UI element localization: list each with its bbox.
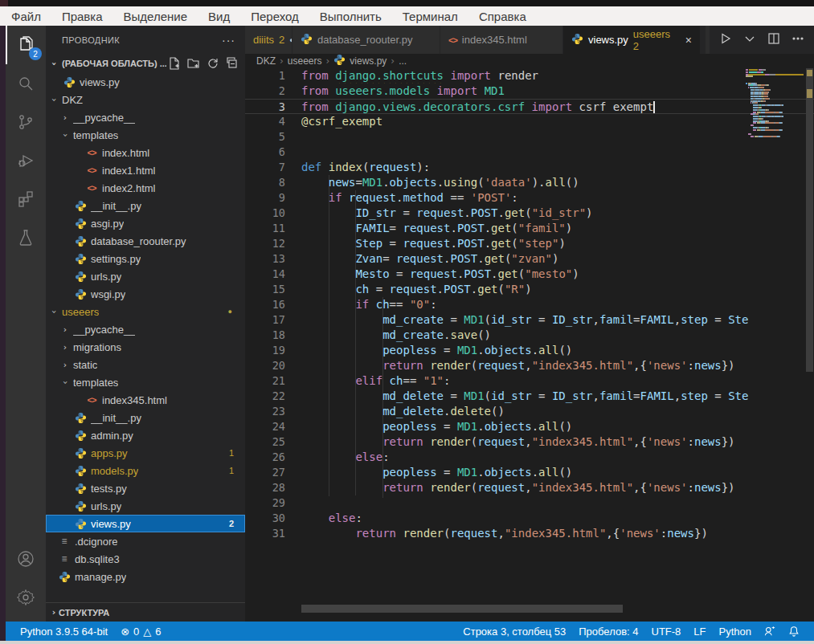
tree-item-useeers[interactable]: ›useeers●	[46, 303, 245, 320]
breadcrumb-item-DKZ[interactable]: DKZ	[256, 55, 276, 67]
tree-item-__pycache__[interactable]: ›__pycache__	[46, 320, 245, 338]
code-line-22[interactable]: 22 md_delete = MD1(id_str = ID_str,famil…	[245, 389, 814, 404]
eol-setting[interactable]: LF	[687, 622, 712, 641]
code-line-9[interactable]: 9 if request.method == 'POST':	[245, 190, 814, 206]
tree-item-tests.py[interactable]: tests.py	[46, 479, 245, 497]
code-line-15[interactable]: 15 ch = request.POST.get("R")	[245, 282, 814, 297]
activity-source-control[interactable]	[6, 103, 46, 141]
code-line-1[interactable]: 1from django.shortcuts import render	[245, 68, 814, 84]
refresh-icon[interactable]	[207, 57, 219, 70]
code-editor[interactable]: 1from django.shortcuts import render2fro…	[245, 68, 814, 622]
new-file-icon[interactable]	[168, 57, 181, 70]
menu-item-Терминал[interactable]: Терминал	[403, 10, 458, 23]
cursor-position[interactable]: Строка 3, столбец 53	[456, 622, 572, 641]
split-editor-button[interactable]	[767, 32, 780, 48]
tree-item-db.sqlite3[interactable]: ≡db.sqlite3	[46, 550, 245, 568]
tree-item-index2.html[interactable]: <>index2.html	[46, 179, 245, 197]
tree-item-index345.html[interactable]: <>index345.html	[46, 391, 245, 409]
feedback-button[interactable]	[758, 622, 782, 641]
code-line-16[interactable]: 16 if ch== "0":	[245, 297, 814, 312]
minimap[interactable]	[746, 69, 804, 138]
language-mode[interactable]: Python	[713, 622, 758, 641]
activity-testing[interactable]	[6, 218, 46, 257]
code-line-21[interactable]: 21 elif ch== "1":	[245, 373, 814, 389]
collapse-all-icon[interactable]	[226, 57, 239, 70]
vertical-scrollbar[interactable]	[805, 68, 814, 622]
code-line-10[interactable]: 10 ID_str = request.POST.get("id_str")	[245, 206, 814, 221]
workspace-section-header[interactable]: › (РАБОЧАЯ ОБЛАСТЬ) ...	[46, 54, 245, 73]
run-dropdown[interactable]	[743, 32, 756, 48]
activity-search[interactable]	[6, 64, 46, 103]
code-line-7[interactable]: 7def index(request):	[245, 160, 814, 175]
code-line-4[interactable]: 4@csrf_exempt	[245, 114, 814, 129]
code-line-8[interactable]: 8 news=MD1.objects.using('daata').all()	[245, 175, 814, 190]
breadcrumb[interactable]: DKZ›useeers›views.py›...	[245, 54, 814, 68]
code-line-28[interactable]: 28 return render(request,"index345.html"…	[245, 480, 814, 495]
tree-item-views.py[interactable]: views.py2	[46, 515, 245, 532]
encoding-setting[interactable]: UTF-8	[645, 622, 688, 641]
activity-account[interactable]	[6, 540, 46, 578]
code-line-27[interactable]: 27 peopless = MD1.objects.all()	[245, 465, 814, 480]
code-line-6[interactable]: 6	[245, 145, 814, 160]
activity-settings[interactable]	[6, 578, 46, 617]
tree-item-wsgi.py[interactable]: wsgi.py	[46, 285, 245, 303]
code-line-3[interactable]: 3from django.views.decorators.csrf impor…	[245, 99, 814, 114]
tree-item-static[interactable]: ›static	[46, 356, 245, 373]
tree-item-__init__.py[interactable]: __init__.py	[46, 197, 245, 214]
scrollbar-thumb[interactable]	[806, 68, 813, 372]
tree-item-settings.py[interactable]: settings.py	[46, 250, 245, 267]
tab-views.py[interactable]: views.pyuseeers 2×	[563, 26, 700, 54]
menu-item-Справка[interactable]: Справка	[479, 10, 526, 23]
code-line-31[interactable]: 31 return render(request,"index345.html"…	[245, 526, 814, 541]
tree-item-templates[interactable]: ›templates	[46, 126, 245, 144]
tree-item-asgi.py[interactable]: asgi.py	[46, 214, 245, 232]
code-line-14[interactable]: 14 Mesto = request.POST.get("mesto")	[245, 267, 814, 282]
activity-explorer[interactable]: 2	[6, 26, 46, 64]
code-line-2[interactable]: 2from useeers.models import MD1	[245, 84, 814, 99]
tree-item-views.py[interactable]: views.py	[46, 73, 245, 91]
menu-item-Вид[interactable]: Вид	[208, 10, 230, 23]
activity-run-debug[interactable]	[6, 141, 46, 180]
close-icon[interactable]: ×	[685, 34, 692, 47]
activity-extensions[interactable]	[6, 180, 46, 218]
tree-item-manage.py[interactable]: manage.py	[46, 568, 245, 585]
code-line-11[interactable]: 11 FAMIL= request.POST.get("famil")	[245, 221, 814, 236]
menu-item-Файл[interactable]: Файл	[11, 10, 41, 23]
tree-item-migrations[interactable]: ›migrations	[46, 338, 245, 356]
code-line-5[interactable]: 5	[245, 129, 814, 145]
code-line-30[interactable]: 30 else:	[245, 511, 814, 526]
breadcrumb-item-...[interactable]: ...	[399, 55, 407, 67]
code-line-25[interactable]: 25 return render(request,"index345.html"…	[245, 434, 814, 450]
breadcrumb-item-useeers[interactable]: useeers	[288, 55, 322, 67]
tree-item-models.py[interactable]: models.py1	[46, 462, 245, 479]
code-line-26[interactable]: 26 else:	[245, 450, 814, 465]
tab-diiits[interactable]: diiits2●	[245, 26, 292, 54]
tab-index345.html[interactable]: <>index345.html	[440, 26, 562, 54]
tree-item-urls.py[interactable]: urls.py	[46, 267, 245, 285]
tree-item-database_roouter.py[interactable]: database_roouter.py	[46, 232, 245, 250]
code-line-20[interactable]: 20 return render(request,"index345.html"…	[245, 358, 814, 373]
indentation-setting[interactable]: Пробелов: 4	[572, 622, 644, 641]
code-line-19[interactable]: 19 peopless = MD1.objects.all()	[245, 343, 814, 358]
tree-item-__pycache__[interactable]: ›__pycache__	[46, 108, 245, 126]
outline-section-header[interactable]: › СТРУКТУРА	[46, 602, 245, 622]
notifications-button[interactable]	[782, 622, 806, 641]
code-line-12[interactable]: 12 Step = request.POST.get("step")	[245, 236, 814, 251]
menu-item-Выделение[interactable]: Выделение	[124, 10, 187, 23]
menu-item-Переход[interactable]: Переход	[251, 10, 299, 23]
code-line-23[interactable]: 23 md_delete.delete()	[245, 404, 814, 419]
explorer-more-actions[interactable]: ···	[222, 34, 235, 47]
horizontal-scrollbar[interactable]	[301, 605, 623, 613]
breadcrumb-item-views.py[interactable]: views.py	[350, 55, 387, 67]
tree-item-apps.py[interactable]: apps.py1	[46, 444, 245, 462]
tree-item-DKZ[interactable]: ›DKZ	[46, 91, 245, 108]
code-line-24[interactable]: 24 peopless = MD1.objects.all()	[245, 419, 814, 434]
menu-item-Выполнить[interactable]: Выполнить	[320, 10, 382, 23]
code-line-18[interactable]: 18 md_create.save()	[245, 328, 814, 343]
menu-item-Правка[interactable]: Правка	[62, 10, 103, 23]
tree-item-templates[interactable]: ›templates	[46, 373, 245, 391]
tab-database_roouter.py[interactable]: database_roouter.py	[292, 26, 440, 54]
tree-item-index.html[interactable]: <>index.html	[46, 144, 245, 161]
code-line-17[interactable]: 17 md_create = MD1(id_str = ID_str,famil…	[245, 312, 814, 328]
python-interpreter[interactable]: Python 3.9.5 64-bit	[14, 622, 114, 641]
